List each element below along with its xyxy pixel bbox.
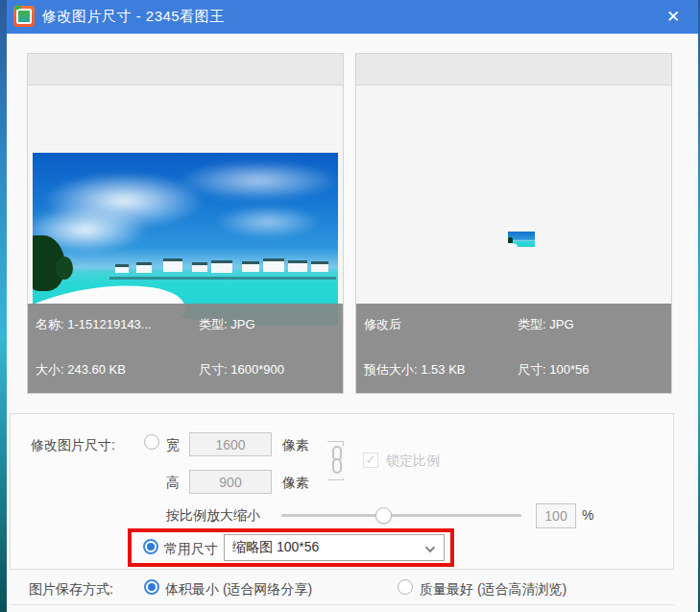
percent-sign: %: [582, 507, 593, 523]
bracket-line: [327, 479, 344, 480]
link-chain-icon: [329, 446, 345, 478]
custom-size-radio[interactable]: [144, 434, 159, 450]
villa-shape: [242, 261, 259, 272]
original-meta-overlay: 名称: 1-151219143... 类型: JPG 大小: 243.60 KB…: [28, 304, 343, 393]
save-smallest-label: 体积最小 (适合网络分享): [165, 581, 312, 599]
scale-label: 按比例放大缩小: [166, 507, 260, 525]
height-unit-label: 像素: [282, 475, 309, 492]
original-preview-panel: 名称: 1-151219143... 类型: JPG 大小: 243.60 KB…: [27, 53, 344, 394]
modified-meta-overlay: 修改后 类型: JPG 预估大小: 1.53 KB 尺寸: 100*56: [356, 304, 671, 393]
lock-ratio-label: 锁定比例: [386, 453, 440, 470]
save-method-label: 图片保存方式:: [29, 581, 113, 599]
scale-percent-input[interactable]: 100: [536, 503, 576, 528]
original-type: 类型: JPG: [199, 316, 255, 333]
screenshot-stage: 修改图片尺寸 - 2345看图王 ✕: [0, 0, 700, 612]
preset-size-label: 常用尺寸: [164, 541, 218, 558]
close-icon: ✕: [666, 7, 680, 27]
width-label: 宽: [166, 437, 180, 454]
villa-shape: [263, 258, 284, 272]
modified-image-preview: [508, 232, 535, 247]
save-quality-radio[interactable]: [398, 579, 413, 595]
villa-shape: [136, 262, 152, 273]
modified-estimated-size: 预估大小: 1.53 KB: [364, 361, 465, 379]
height-input[interactable]: 900: [189, 470, 272, 494]
original-panel-header: [28, 54, 343, 86]
modified-preview-area: 修改后 类型: JPG 预估大小: 1.53 KB 尺寸: 100*56: [356, 86, 671, 393]
height-label: 高: [166, 475, 180, 492]
beach-sand-shape: [508, 243, 518, 247]
villa-shape: [163, 258, 182, 272]
preset-size-value: 缩略图 100*56: [225, 539, 319, 556]
trees-shape: [56, 257, 73, 280]
modified-type: 类型: JPG: [518, 316, 574, 333]
original-image-preview: [33, 153, 338, 326]
save-quality-label: 质量最好 (适合高清浏览): [420, 581, 567, 599]
preset-size-radio[interactable]: [143, 539, 158, 554]
cloud-shape: [177, 160, 338, 201]
modified-preview-panel: 修改后 类型: JPG 预估大小: 1.53 KB 尺寸: 100*56: [355, 53, 672, 394]
dialog-title: 修改图片尺寸 - 2345看图王: [42, 8, 225, 26]
original-size: 大小: 243.60 KB: [36, 361, 126, 379]
villa-shape: [288, 260, 307, 272]
scale-slider-thumb[interactable]: [375, 507, 392, 524]
modified-panel-header: [356, 54, 671, 86]
villa-shape: [211, 260, 232, 273]
save-smallest-radio[interactable]: [144, 579, 159, 595]
scale-slider-track[interactable]: [281, 514, 521, 517]
bracket-line: [327, 441, 344, 442]
resize-section-label: 修改图片尺寸:: [31, 437, 115, 454]
chain-link-shape: [332, 458, 342, 474]
chevron-down-icon: [425, 543, 435, 552]
lock-ratio-checkbox[interactable]: ✓: [363, 453, 378, 468]
villa-shape: [311, 261, 328, 272]
width-input[interactable]: 1600: [189, 432, 272, 456]
original-name: 名称: 1-151219143...: [36, 316, 152, 333]
close-button[interactable]: ✕: [659, 3, 688, 31]
preset-size-dropdown[interactable]: 缩略图 100*56: [224, 534, 445, 561]
original-preview-area: 名称: 1-151219143... 类型: JPG 大小: 243.60 KB…: [28, 86, 343, 393]
bottom-divider: [10, 604, 674, 605]
pier-stilts-shape: [109, 277, 336, 280]
app-logo-icon: [13, 6, 35, 27]
villa-shape: [192, 262, 207, 272]
width-unit-label: 像素: [282, 437, 309, 454]
modified-dimensions: 尺寸: 100*56: [518, 361, 589, 379]
check-icon: ✓: [366, 453, 376, 467]
modified-label: 修改后: [364, 316, 401, 333]
cloud-shape: [215, 206, 321, 238]
original-dimensions: 尺寸: 1600*900: [199, 361, 284, 379]
villa-shape: [115, 264, 129, 273]
